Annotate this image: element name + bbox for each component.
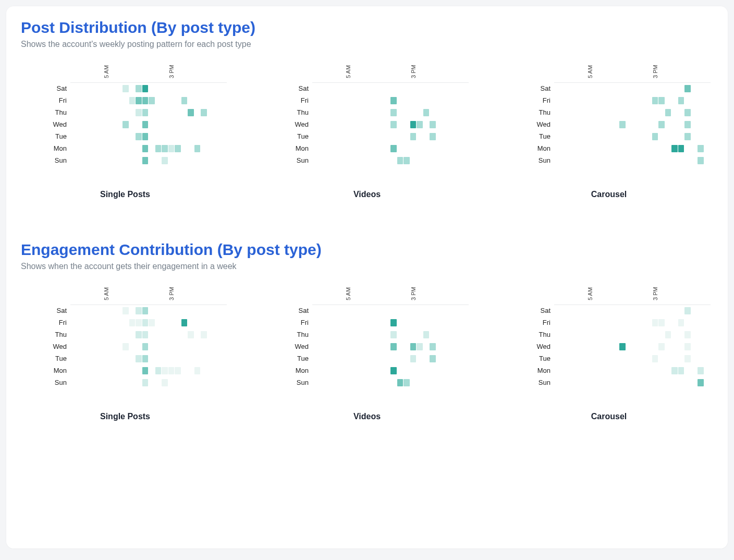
section-subtitle: Shows the account's weekly posting patte… [21,40,713,49]
heatmap-cell [149,97,155,104]
x-tick-label: 3 PM [410,287,417,300]
x-tick-label: 5 AM [345,65,351,78]
heatmap-cell [417,343,423,350]
heatmap-cell [142,97,149,104]
x-tick-label: 5 AM [103,65,109,78]
y-tick-label: Sat [505,85,550,92]
heatmap-cell [142,367,149,374]
heatmap-cell [136,319,142,326]
heatmap-cell [390,109,397,116]
heatmap-cell [136,133,142,140]
y-tick-label: Mon [505,145,550,152]
heatmap-cell [430,121,436,128]
heatmap-cell [423,109,430,116]
heatmap-cell [142,307,149,314]
y-tick-label: Thu [263,331,309,338]
heatmap-cell [194,145,201,152]
y-tick-label: Sun [263,157,309,164]
heatmap-cell [390,145,397,152]
heatmap-cell [129,97,136,104]
heatmap-cell [678,319,684,326]
heatmap-cell [390,331,397,338]
heatmap-cell [678,145,684,152]
heatmap-cell [136,331,142,338]
chart-videos: 5 AM3 PMSatFriThuWedTueMonSun Videos [263,286,471,421]
heatmap-cell [175,145,181,152]
y-tick-label: Mon [21,145,67,152]
heatmap-cell [168,367,175,374]
chart-title: Videos [263,190,471,199]
heatmap-cell [410,343,417,350]
heatmap-cell [390,319,397,326]
heatmap-cell [698,367,704,374]
y-tick-label: Fri [505,319,550,326]
y-tick-label: Wed [21,343,67,350]
chart-carousel: 5 AM3 PMSatFriThuWedTueMonSun Carousel [505,64,713,199]
heatmap-cell [671,367,678,374]
heatmap-cell [658,121,665,128]
heatmap-cell [410,355,417,362]
y-tick-label: Wed [505,121,550,128]
heatmap-cell [142,85,149,92]
section-subtitle: Shows when the account gets their engage… [21,262,713,271]
heatmap-cell [678,97,684,104]
y-tick-label: Tue [505,355,550,362]
heatmap-cell [390,97,397,104]
heatmap-cell [142,319,149,326]
heatmap-cell [149,319,155,326]
heatmap-cell [142,331,149,338]
heatmap-cell [194,367,201,374]
y-tick-label: Sat [505,307,550,314]
heatmap-cell [123,85,129,92]
heatmap-plot [554,82,711,168]
y-tick-label: Thu [21,109,67,116]
charts-row: 5 AM3 PMSatFriThuWedTueMonSun Single Pos… [21,286,713,421]
x-tick-label: 5 AM [587,287,593,300]
post-distribution-section: Post Distribution (By post type) Shows t… [21,19,713,199]
x-tick-label: 3 PM [168,287,175,300]
y-tick-label: Mon [21,367,67,374]
y-tick-label: Tue [21,355,67,362]
heatmap-cell [665,331,671,338]
heatmap-cell [665,109,671,116]
y-tick-label: Sun [505,157,550,164]
heatmap-cell [417,121,423,128]
heatmap-cell [430,133,436,140]
x-tick-label: 5 AM [587,65,593,78]
chart-carousel: 5 AM3 PMSatFriThuWedTueMonSun Carousel [505,286,713,421]
heatmap-cell [410,121,417,128]
heatmap-cell [136,355,142,362]
heatmap-plot [70,82,227,168]
y-tick-label: Fri [263,319,309,326]
heatmap-plot [554,305,711,390]
y-tick-label: Fri [263,97,309,104]
y-tick-label: Fri [21,319,67,326]
x-tick-label: 5 AM [103,287,109,300]
heatmap-cell [397,379,403,386]
y-tick-label: Sat [21,307,67,314]
y-tick-label: Sat [263,307,309,314]
analytics-card: Post Distribution (By post type) Shows t… [6,6,728,549]
heatmap-cell [142,121,149,128]
heatmap-cell [390,121,397,128]
chart-title: Single Posts [21,412,229,421]
y-tick-label: Thu [263,109,309,116]
y-tick-label: Thu [21,331,67,338]
y-tick-label: Thu [505,109,550,116]
heatmap-cell [181,97,188,104]
y-tick-label: Sun [21,157,67,164]
heatmap-cell [175,367,181,374]
chart-single-posts: 5 AM3 PMSatFriThuWedTueMonSun Single Pos… [21,64,229,199]
heatmap-cell [684,331,691,338]
chart-title: Carousel [505,412,713,421]
y-tick-label: Mon [263,145,309,152]
y-tick-label: Tue [263,133,309,140]
heatmap-plot [312,82,469,168]
chart-title: Single Posts [21,190,229,199]
y-tick-label: Tue [505,133,550,140]
y-tick-label: Wed [263,121,309,128]
y-tick-label: Thu [505,331,550,338]
y-tick-label: Fri [505,97,550,104]
heatmap-cell [136,307,142,314]
heatmap-cell [168,145,175,152]
